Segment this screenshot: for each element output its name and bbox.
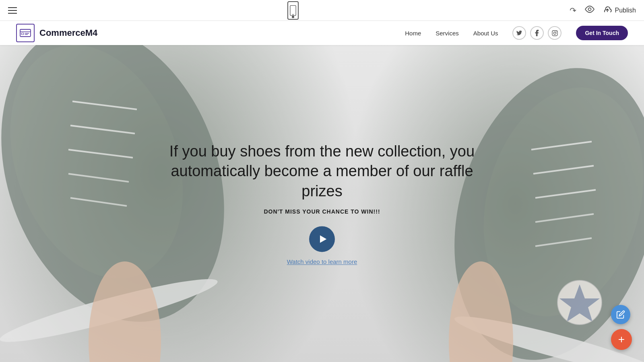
svg-rect-0 [290, 5, 296, 15]
hero-section: If you buy shoes from the new collection… [0, 45, 644, 362]
svg-point-10 [556, 31, 557, 32]
svg-rect-7 [25, 34, 28, 35]
toolbar-left [8, 7, 17, 14]
fab-add-button[interactable]: + [611, 329, 632, 350]
nav-area: Home Services About Us [405, 26, 628, 40]
site-area: CommerceM4 Home Services About Us [0, 21, 644, 362]
logo-area: CommerceM4 [16, 24, 97, 42]
svg-rect-8 [552, 31, 557, 36]
watch-video-link[interactable]: Watch video to learn more [169, 259, 475, 265]
hero-subline: DON'T MISS YOUR CHANCE TO WIN!!! [169, 209, 475, 215]
logo-text: CommerceM4 [39, 28, 97, 38]
toolbar: ↶ Publish [0, 0, 644, 21]
svg-marker-32 [320, 235, 326, 243]
toolbar-right: ↶ Publish [570, 6, 636, 15]
fab-edit-button[interactable] [611, 305, 630, 324]
preview-icon[interactable] [584, 6, 595, 15]
nav-home[interactable]: Home [405, 30, 421, 37]
facebook-icon[interactable] [530, 26, 544, 40]
menu-icon[interactable] [8, 7, 17, 14]
svg-point-2 [588, 8, 591, 11]
cta-button[interactable]: Get In Touch [576, 26, 628, 40]
site-header: CommerceM4 Home Services About Us [0, 21, 644, 45]
nav-services[interactable]: Services [436, 30, 459, 37]
hero-content: If you buy shoes from the new collection… [169, 142, 475, 265]
fab-container: + [611, 305, 632, 350]
logo-icon [16, 24, 35, 42]
svg-rect-6 [25, 33, 29, 34]
social-icons [512, 26, 561, 40]
svg-rect-5 [21, 33, 24, 35]
toolbar-center [287, 1, 299, 20]
publish-button[interactable]: Publish [603, 6, 636, 15]
instagram-icon[interactable] [548, 26, 561, 40]
undo-icon[interactable]: ↶ [570, 6, 576, 15]
mobile-preview-button[interactable] [287, 1, 299, 20]
nav-about[interactable]: About Us [473, 30, 498, 37]
svg-point-9 [553, 32, 556, 34]
play-button[interactable] [309, 226, 335, 252]
twitter-icon[interactable] [512, 26, 526, 40]
hero-headline: If you buy shoes from the new collection… [169, 142, 475, 201]
